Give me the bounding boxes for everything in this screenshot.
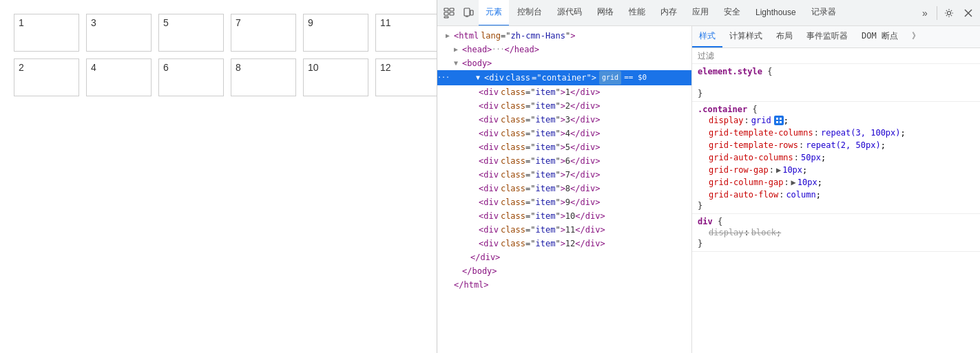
grid-item: 3 (86, 14, 152, 52)
svg-rect-3 (450, 12, 454, 15)
styles-tab-dom-breakpoints[interactable]: DOM 断点 (855, 26, 905, 47)
styles-tab-event-listeners[interactable]: 事件监听器 (800, 26, 855, 47)
tab-sources[interactable]: 源代码 (550, 0, 589, 26)
dom-line-item4[interactable]: <divclass="item">4</div> (437, 127, 691, 140)
css-prop-display-grid: display: grid ; (698, 114, 974, 127)
dom-line-item3[interactable]: <divclass="item">3</div> (437, 113, 691, 127)
css-close-brace-element: } (698, 89, 974, 98)
styles-tab-more[interactable]: 》 (905, 26, 927, 47)
tab-console[interactable]: 控制台 (510, 0, 549, 26)
devtools-content: ▶ <html lang="zh-cmn-Hans" > ▶ <head> ··… (437, 26, 980, 353)
grid-item: 5 (158, 14, 224, 52)
css-close-brace-div: } (698, 239, 974, 248)
dom-line-item11[interactable]: <divclass="item">11</div> (437, 223, 691, 237)
grid-item: 8 (231, 58, 296, 96)
grid-layout-icon[interactable] (774, 116, 784, 125)
dom-line-close-body[interactable]: </body> (437, 264, 691, 278)
dom-line-item2[interactable]: <div class="item">2</div> (437, 99, 691, 113)
css-rule-element-style: element.style { } (692, 64, 980, 102)
tab-security[interactable]: 安全 (717, 0, 747, 26)
dom-line-item12[interactable]: <divclass="item">12</div> (437, 237, 691, 250)
svg-rect-0 (444, 8, 448, 11)
toolbar-divider (937, 6, 937, 20)
grid-container: 123456789101112 (7, 7, 437, 103)
css-rule-container: .container { display: grid ; grid-templa… (692, 102, 980, 214)
css-selector-element-style[interactable]: element.style { (698, 67, 974, 76)
css-prop-grid-template-rows: grid-template-rows: repeat(2, 50px); (698, 139, 974, 151)
svg-rect-11 (776, 118, 778, 120)
toolbar-right: » (916, 4, 977, 22)
tab-memory[interactable]: 内存 (654, 0, 684, 26)
styles-panel: 样式 计算样式 布局 事件监听器 DOM 断点 》 element.style … (692, 26, 980, 353)
dom-line-item1[interactable]: <div class="item">1</div> (437, 85, 691, 99)
css-prop-grid-column-gap: grid-column-gap: ▶ 10px; (698, 176, 974, 189)
tab-performance[interactable]: 性能 (622, 0, 652, 26)
tab-elements[interactable]: 元素 (479, 0, 509, 26)
tab-recorder[interactable]: 记录器 (804, 0, 843, 26)
css-prop-line-empty (698, 76, 974, 89)
css-selector-div[interactable]: div { (698, 217, 974, 226)
grid-item: 12 (375, 58, 437, 96)
dom-line-item9[interactable]: <divclass="item">9</div> (437, 195, 691, 209)
grid-item: 7 (231, 14, 296, 52)
dom-line-close-html[interactable]: </html> (437, 278, 691, 292)
svg-rect-13 (776, 121, 778, 123)
inspect-icon[interactable] (440, 4, 458, 22)
dom-panel[interactable]: ▶ <html lang="zh-cmn-Hans" > ▶ <head> ··… (437, 26, 692, 353)
svg-rect-12 (780, 118, 782, 120)
devtools-panel: 元素 控制台 源代码 网络 性能 内存 应用 安全 Lighthouse 记录器… (437, 0, 980, 353)
dom-line-container[interactable]: ··· ▼ <div class="container"> grid == $0 (437, 70, 691, 85)
tab-lighthouse[interactable]: Lighthouse (749, 0, 803, 26)
grid-item: 10 (303, 58, 368, 96)
styles-tab-computed[interactable]: 计算样式 (722, 26, 769, 47)
dom-line-item7[interactable]: <divclass="item">7</div> (437, 168, 691, 182)
dom-line-item10[interactable]: <divclass="item">10</div> (437, 209, 691, 223)
styles-tab-layout[interactable]: 布局 (769, 26, 800, 47)
page-preview: 123456789101112 (0, 0, 437, 353)
styles-tabs: 样式 计算样式 布局 事件监听器 DOM 断点 》 (692, 26, 980, 48)
svg-rect-14 (780, 121, 782, 123)
svg-rect-1 (450, 8, 454, 11)
css-rule-div: div { display: block; } (692, 214, 980, 252)
svg-point-8 (948, 11, 951, 14)
css-prop-display-block: display: block; (698, 226, 974, 239)
css-prop-grid-auto-columns: grid-auto-columns: 50px; (698, 151, 974, 164)
grid-badge: grid (599, 71, 621, 85)
css-prop-grid-auto-flow: grid-auto-flow: column; (698, 189, 974, 201)
dom-line-item8[interactable]: <divclass="item">8</div> (437, 182, 691, 195)
dom-line-head[interactable]: ▶ <head> ··· </head> (437, 43, 691, 56)
css-close-brace-container: } (698, 201, 974, 211)
grid-item: 6 (158, 58, 224, 96)
dom-line-item6[interactable]: <divclass="item">6</div> (437, 154, 691, 168)
css-prop-grid-row-gap: grid-row-gap: ▶ 10px; (698, 164, 974, 176)
grid-item: 2 (14, 58, 79, 96)
dom-line-html[interactable]: ▶ <html lang="zh-cmn-Hans" > (437, 29, 691, 43)
svg-rect-6 (470, 10, 473, 15)
svg-rect-4 (444, 17, 448, 18)
grid-item: 1 (14, 14, 79, 52)
grid-item: 4 (86, 58, 152, 96)
styles-filter-input[interactable] (698, 51, 974, 61)
svg-rect-5 (464, 8, 470, 16)
svg-rect-2 (444, 12, 448, 15)
grid-item: 9 (303, 14, 368, 52)
dom-line-body[interactable]: ▼ <body> (437, 56, 691, 70)
devtools-toolbar: 元素 控制台 源代码 网络 性能 内存 应用 安全 Lighthouse 记录器… (437, 0, 980, 26)
dom-line-item5[interactable]: <divclass="item">5</div> (437, 140, 691, 154)
more-tabs-icon[interactable]: » (916, 4, 934, 22)
styles-filter-bar (692, 48, 980, 64)
device-icon[interactable] (459, 4, 477, 22)
grid-item: 11 (375, 14, 437, 52)
dom-line-close-div[interactable]: </div> (437, 250, 691, 264)
css-selector-container[interactable]: .container { (698, 105, 974, 114)
tab-network[interactable]: 网络 (590, 0, 621, 26)
settings-icon[interactable] (940, 4, 958, 22)
css-prop-grid-template-columns: grid-template-columns: repeat(3, 100px); (698, 127, 974, 139)
styles-tab-styles[interactable]: 样式 (692, 26, 722, 47)
tab-application[interactable]: 应用 (685, 0, 716, 26)
close-devtools-icon[interactable] (959, 4, 977, 22)
